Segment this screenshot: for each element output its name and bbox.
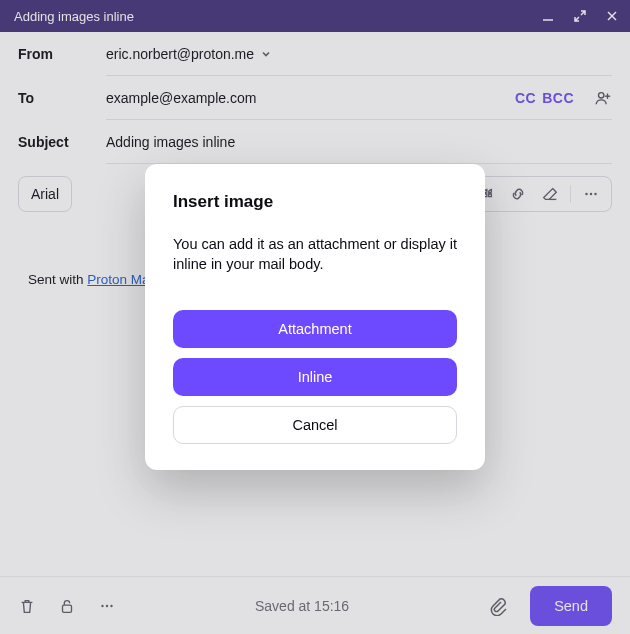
- insert-image-dialog: Insert image You can add it as an attach…: [145, 164, 485, 471]
- compose-window: Adding images inline From eric.norbert@p…: [0, 0, 630, 634]
- inline-button[interactable]: Inline: [173, 358, 457, 396]
- dialog-title: Insert image: [173, 192, 457, 212]
- modal-overlay[interactable]: Insert image You can add it as an attach…: [0, 0, 630, 634]
- attachment-button[interactable]: Attachment: [173, 310, 457, 348]
- cancel-button[interactable]: Cancel: [173, 406, 457, 444]
- dialog-body: You can add it as an attachment or displ…: [173, 234, 457, 275]
